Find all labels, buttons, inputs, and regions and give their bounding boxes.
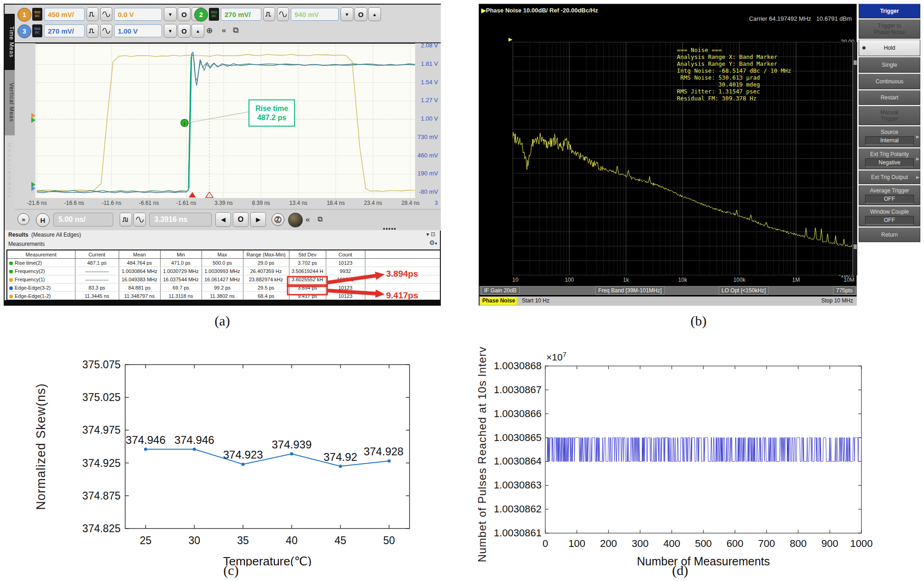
pan-right-button[interactable]: ▶ <box>250 212 266 227</box>
tab-time-meas[interactable]: Time Meas <box>5 14 15 70</box>
offset-up-button[interactable]: ▲ <box>368 7 381 21</box>
analyzer-status-bar: IF Gain 20dBFreq Band [39M-101MHz]LO Opt… <box>479 286 857 295</box>
start-freq: Start 10 Hz <box>522 297 549 304</box>
cell: 1.0030729 MHz <box>160 267 202 275</box>
pan-zero-button[interactable]: O <box>233 212 248 227</box>
sidebar-button-label2: Trigger <box>881 116 898 122</box>
results-title-line: Results (Measure All Edges) <box>8 232 81 238</box>
channel-2-scale-field[interactable]: 270 mV/ <box>221 8 261 21</box>
sidebar-ext-trig-polarity[interactable]: Ext Trig PolarityNegative▶ <box>859 148 920 169</box>
expand-left-button[interactable]: » <box>17 213 29 225</box>
analyzer-footer-bar: Phase Noise Start 10 Hz Stop 10 MHz <box>479 296 857 306</box>
expand-add-button[interactable]: ⊕ <box>206 26 213 35</box>
cell: 484.764 ps <box>119 259 160 267</box>
offset-zero-button[interactable]: O <box>354 7 367 21</box>
sidebar-button-label: Trigger to <box>878 23 901 29</box>
sidebar-button-label: Manual <box>880 109 898 116</box>
sidebar-ext-trig-output[interactable]: Ext Trig Output▶ <box>859 170 920 184</box>
trace-CH2 <box>37 54 415 192</box>
h-position-field[interactable]: 3.3916 ns <box>149 213 212 227</box>
channel-3-group: 350ΩDC270 mV/1.00 V▼O▲ <box>17 24 206 39</box>
offset-zero-button[interactable]: O <box>178 7 191 21</box>
channel-1-scale-field[interactable]: 450 mV/ <box>44 8 85 21</box>
cell: Frequency(2) <box>7 267 75 275</box>
results-window-icons[interactable]: ▾ ⊡ <box>427 231 435 238</box>
sidebar-continuous[interactable]: Continuous <box>859 74 920 89</box>
points-chip: 775pts <box>833 286 855 295</box>
channel-1-coupling-badge[interactable]: 50ΩDC <box>32 8 42 21</box>
sidebar-source[interactable]: SourceInternal▶ <box>859 126 920 147</box>
offset-up-button[interactable]: ▲ <box>191 24 204 38</box>
cell: 99.2 ps <box>202 284 243 292</box>
sidebar-button-label2: Phase Noise <box>874 29 905 35</box>
column-header: Mean <box>119 250 160 259</box>
channel-1-button[interactable]: 1 <box>17 8 31 22</box>
gear-icon[interactable]: ⚙▾ <box>429 239 437 246</box>
submenu-arrow-icon: ▶ <box>916 174 919 180</box>
pulse-wave-button[interactable] <box>263 7 275 21</box>
channel-1-offset-field[interactable]: 0.0 V <box>114 8 162 21</box>
sidebar-button-label: Restart <box>881 94 899 101</box>
docking-icon-2[interactable]: ⧉ <box>318 215 323 223</box>
offset-zero-button[interactable]: O <box>178 24 191 38</box>
cell: 10123 <box>326 259 365 267</box>
channel-3-button[interactable]: 3 <box>17 24 31 38</box>
sidebar-restart[interactable]: Restart <box>859 90 920 105</box>
h-scale-field[interactable]: 5.00 ns/ <box>53 213 113 227</box>
trackball-icon[interactable] <box>288 213 303 227</box>
sidebar-return[interactable]: Return <box>859 227 920 242</box>
sidebar-button-label: Hold <box>884 45 895 51</box>
pulses-ytick-label: 1.0030863 <box>494 479 542 491</box>
sine-wave-button[interactable] <box>277 7 289 21</box>
pulse-wave-button[interactable] <box>87 7 98 21</box>
pulses-y-multiplier-exp: 7 <box>563 350 566 358</box>
channel-3-offset-field[interactable]: 1.00 V <box>114 24 162 37</box>
pan-left-button[interactable]: ◀ <box>215 212 231 227</box>
scope-waveform-canvas: 1 <box>35 44 415 198</box>
zoom-button[interactable]: Ⓩ <box>271 213 284 226</box>
offset-down-button[interactable]: ▼ <box>341 7 353 21</box>
channel-3-coupling-badge[interactable]: 50ΩDC <box>32 24 42 37</box>
annotation-leader-line <box>187 112 248 123</box>
skew-point-label: 374.92 <box>323 451 357 463</box>
channel-3-scale-field[interactable]: 270 mV/ <box>44 24 85 37</box>
offset-down-button[interactable]: ▼ <box>164 7 177 21</box>
voltage-tick-label: -80 mV <box>416 188 438 196</box>
sidebar-average-trigger[interactable]: Average TriggerOFF <box>859 185 920 205</box>
screen-scrollbar[interactable] <box>853 42 857 275</box>
square-wave-button[interactable] <box>120 213 132 227</box>
sidebar-window-couple[interactable]: Window CoupleOFF <box>859 206 920 227</box>
sidebar-button-value: OFF <box>865 216 914 225</box>
tab-vertical-meas[interactable]: Vertical Meas <box>5 70 15 135</box>
cell: 84.881 ps <box>119 284 160 292</box>
phase-noise-panel: ▶Phase Noise 10.00dB/ Ref -20.00dBc/Hz C… <box>479 4 920 306</box>
time-tick-label: -1.61 ns <box>176 200 196 206</box>
badge-impedance: 50Ω <box>34 27 40 31</box>
collapse-button-2[interactable]: « <box>306 215 310 224</box>
voltage-tick-label: 1.27 V <box>416 97 438 104</box>
collapse-button[interactable]: « <box>222 26 226 35</box>
sine-wave-button[interactable] <box>100 7 112 21</box>
channel-2-button[interactable]: 2 <box>194 8 208 22</box>
docking-icon[interactable]: ⧉ <box>233 26 238 35</box>
skew-point-label: 374.946 <box>126 434 166 446</box>
sidebar-single[interactable]: Single <box>859 57 920 73</box>
skew-ytick-label: 374.925 <box>82 457 121 469</box>
sidebar-button-label: Average Trigger <box>870 187 909 194</box>
channel-2-coupling-badge[interactable]: 50ΩDC <box>209 8 219 21</box>
sidebar-hold[interactable]: Hold <box>859 40 920 56</box>
cell: 9932 <box>326 267 365 275</box>
column-header: Range (Max-Min) <box>243 250 289 259</box>
cell: 161280 <box>326 275 365 284</box>
if-gain-chip: IF Gain 20dB <box>481 286 520 295</box>
pulse-wave-button[interactable] <box>87 24 98 38</box>
skew-xtick-label: 30 <box>188 535 200 546</box>
sine-wave-button-2[interactable] <box>133 213 146 227</box>
sine-wave-button[interactable] <box>100 24 112 38</box>
scope-plot-area: 1 Rise time 487.2 ps <box>35 43 415 198</box>
horizontal-button[interactable]: H <box>36 213 50 227</box>
offset-down-button[interactable]: ▼ <box>164 24 177 38</box>
row-color-dot-icon <box>9 278 13 282</box>
caption-d: (d) <box>672 563 688 578</box>
channel-2-offset-field[interactable]: 940 mV <box>291 8 339 21</box>
